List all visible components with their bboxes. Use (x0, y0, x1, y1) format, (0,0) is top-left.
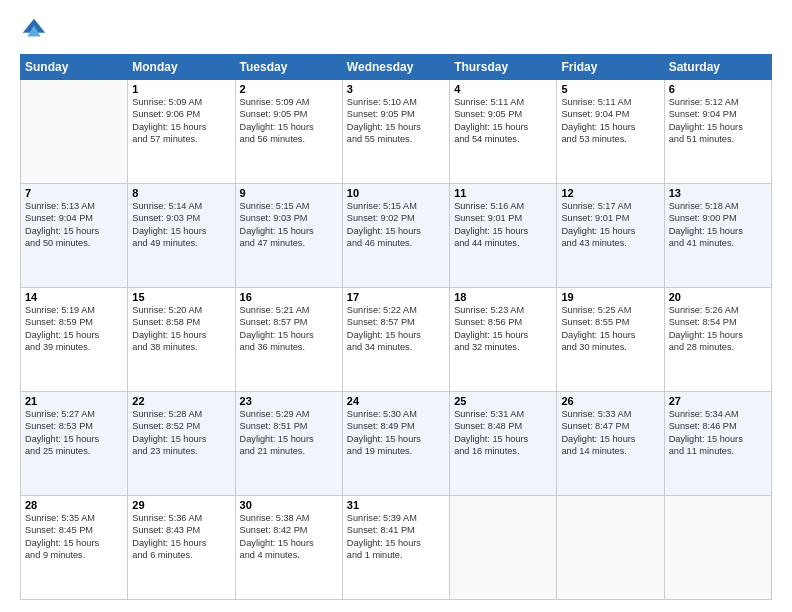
day-number: 6 (669, 83, 767, 95)
page: SundayMondayTuesdayWednesdayThursdayFrid… (0, 0, 792, 612)
day-info: Sunrise: 5:09 AMSunset: 9:05 PMDaylight:… (240, 96, 338, 146)
day-info: Sunrise: 5:11 AMSunset: 9:04 PMDaylight:… (561, 96, 659, 146)
calendar-cell: 7Sunrise: 5:13 AMSunset: 9:04 PMDaylight… (21, 184, 128, 288)
day-number: 7 (25, 187, 123, 199)
day-info: Sunrise: 5:22 AMSunset: 8:57 PMDaylight:… (347, 304, 445, 354)
day-number: 27 (669, 395, 767, 407)
day-number: 30 (240, 499, 338, 511)
calendar-cell: 14Sunrise: 5:19 AMSunset: 8:59 PMDayligh… (21, 288, 128, 392)
day-info: Sunrise: 5:36 AMSunset: 8:43 PMDaylight:… (132, 512, 230, 562)
day-info: Sunrise: 5:15 AMSunset: 9:03 PMDaylight:… (240, 200, 338, 250)
calendar-cell: 24Sunrise: 5:30 AMSunset: 8:49 PMDayligh… (342, 392, 449, 496)
calendar-cell (557, 496, 664, 600)
day-header-tuesday: Tuesday (235, 55, 342, 80)
calendar-cell: 25Sunrise: 5:31 AMSunset: 8:48 PMDayligh… (450, 392, 557, 496)
day-number: 28 (25, 499, 123, 511)
day-number: 20 (669, 291, 767, 303)
calendar-cell: 11Sunrise: 5:16 AMSunset: 9:01 PMDayligh… (450, 184, 557, 288)
day-number: 24 (347, 395, 445, 407)
day-info: Sunrise: 5:35 AMSunset: 8:45 PMDaylight:… (25, 512, 123, 562)
calendar-cell: 16Sunrise: 5:21 AMSunset: 8:57 PMDayligh… (235, 288, 342, 392)
day-info: Sunrise: 5:11 AMSunset: 9:05 PMDaylight:… (454, 96, 552, 146)
day-number: 8 (132, 187, 230, 199)
day-info: Sunrise: 5:29 AMSunset: 8:51 PMDaylight:… (240, 408, 338, 458)
calendar-cell: 19Sunrise: 5:25 AMSunset: 8:55 PMDayligh… (557, 288, 664, 392)
day-number: 9 (240, 187, 338, 199)
day-info: Sunrise: 5:25 AMSunset: 8:55 PMDaylight:… (561, 304, 659, 354)
day-info: Sunrise: 5:30 AMSunset: 8:49 PMDaylight:… (347, 408, 445, 458)
day-number: 15 (132, 291, 230, 303)
day-number: 19 (561, 291, 659, 303)
day-number: 12 (561, 187, 659, 199)
day-number: 29 (132, 499, 230, 511)
day-header-friday: Friday (557, 55, 664, 80)
header (20, 16, 772, 44)
calendar-cell: 6Sunrise: 5:12 AMSunset: 9:04 PMDaylight… (664, 80, 771, 184)
calendar-cell: 21Sunrise: 5:27 AMSunset: 8:53 PMDayligh… (21, 392, 128, 496)
day-info: Sunrise: 5:27 AMSunset: 8:53 PMDaylight:… (25, 408, 123, 458)
day-number: 1 (132, 83, 230, 95)
calendar-cell: 27Sunrise: 5:34 AMSunset: 8:46 PMDayligh… (664, 392, 771, 496)
day-info: Sunrise: 5:16 AMSunset: 9:01 PMDaylight:… (454, 200, 552, 250)
day-number: 11 (454, 187, 552, 199)
day-info: Sunrise: 5:33 AMSunset: 8:47 PMDaylight:… (561, 408, 659, 458)
day-info: Sunrise: 5:38 AMSunset: 8:42 PMDaylight:… (240, 512, 338, 562)
day-info: Sunrise: 5:31 AMSunset: 8:48 PMDaylight:… (454, 408, 552, 458)
logo-icon (20, 16, 48, 44)
day-info: Sunrise: 5:18 AMSunset: 9:00 PMDaylight:… (669, 200, 767, 250)
calendar-cell (664, 496, 771, 600)
day-header-sunday: Sunday (21, 55, 128, 80)
calendar-cell: 2Sunrise: 5:09 AMSunset: 9:05 PMDaylight… (235, 80, 342, 184)
calendar-cell: 12Sunrise: 5:17 AMSunset: 9:01 PMDayligh… (557, 184, 664, 288)
day-info: Sunrise: 5:23 AMSunset: 8:56 PMDaylight:… (454, 304, 552, 354)
day-number: 2 (240, 83, 338, 95)
calendar-cell: 17Sunrise: 5:22 AMSunset: 8:57 PMDayligh… (342, 288, 449, 392)
day-info: Sunrise: 5:10 AMSunset: 9:05 PMDaylight:… (347, 96, 445, 146)
day-number: 4 (454, 83, 552, 95)
day-number: 18 (454, 291, 552, 303)
day-number: 16 (240, 291, 338, 303)
calendar-cell (21, 80, 128, 184)
calendar-cell: 26Sunrise: 5:33 AMSunset: 8:47 PMDayligh… (557, 392, 664, 496)
calendar-cell: 28Sunrise: 5:35 AMSunset: 8:45 PMDayligh… (21, 496, 128, 600)
day-number: 23 (240, 395, 338, 407)
day-number: 10 (347, 187, 445, 199)
day-number: 21 (25, 395, 123, 407)
day-header-wednesday: Wednesday (342, 55, 449, 80)
day-number: 13 (669, 187, 767, 199)
day-info: Sunrise: 5:15 AMSunset: 9:02 PMDaylight:… (347, 200, 445, 250)
day-info: Sunrise: 5:26 AMSunset: 8:54 PMDaylight:… (669, 304, 767, 354)
day-number: 26 (561, 395, 659, 407)
day-number: 22 (132, 395, 230, 407)
day-header-thursday: Thursday (450, 55, 557, 80)
day-info: Sunrise: 5:17 AMSunset: 9:01 PMDaylight:… (561, 200, 659, 250)
calendar-cell: 1Sunrise: 5:09 AMSunset: 9:06 PMDaylight… (128, 80, 235, 184)
day-number: 3 (347, 83, 445, 95)
logo (20, 16, 52, 44)
calendar-cell: 5Sunrise: 5:11 AMSunset: 9:04 PMDaylight… (557, 80, 664, 184)
day-info: Sunrise: 5:34 AMSunset: 8:46 PMDaylight:… (669, 408, 767, 458)
day-info: Sunrise: 5:13 AMSunset: 9:04 PMDaylight:… (25, 200, 123, 250)
calendar-cell: 13Sunrise: 5:18 AMSunset: 9:00 PMDayligh… (664, 184, 771, 288)
day-number: 14 (25, 291, 123, 303)
calendar-cell: 29Sunrise: 5:36 AMSunset: 8:43 PMDayligh… (128, 496, 235, 600)
calendar-cell: 15Sunrise: 5:20 AMSunset: 8:58 PMDayligh… (128, 288, 235, 392)
calendar-cell: 22Sunrise: 5:28 AMSunset: 8:52 PMDayligh… (128, 392, 235, 496)
day-info: Sunrise: 5:21 AMSunset: 8:57 PMDaylight:… (240, 304, 338, 354)
calendar-cell: 20Sunrise: 5:26 AMSunset: 8:54 PMDayligh… (664, 288, 771, 392)
day-info: Sunrise: 5:20 AMSunset: 8:58 PMDaylight:… (132, 304, 230, 354)
calendar-cell: 8Sunrise: 5:14 AMSunset: 9:03 PMDaylight… (128, 184, 235, 288)
calendar-cell: 23Sunrise: 5:29 AMSunset: 8:51 PMDayligh… (235, 392, 342, 496)
calendar-cell: 10Sunrise: 5:15 AMSunset: 9:02 PMDayligh… (342, 184, 449, 288)
calendar-table: SundayMondayTuesdayWednesdayThursdayFrid… (20, 54, 772, 600)
day-number: 5 (561, 83, 659, 95)
calendar-cell: 18Sunrise: 5:23 AMSunset: 8:56 PMDayligh… (450, 288, 557, 392)
calendar-cell: 4Sunrise: 5:11 AMSunset: 9:05 PMDaylight… (450, 80, 557, 184)
day-number: 17 (347, 291, 445, 303)
calendar-cell (450, 496, 557, 600)
day-info: Sunrise: 5:09 AMSunset: 9:06 PMDaylight:… (132, 96, 230, 146)
calendar-cell: 30Sunrise: 5:38 AMSunset: 8:42 PMDayligh… (235, 496, 342, 600)
calendar-cell: 31Sunrise: 5:39 AMSunset: 8:41 PMDayligh… (342, 496, 449, 600)
calendar-cell: 3Sunrise: 5:10 AMSunset: 9:05 PMDaylight… (342, 80, 449, 184)
day-info: Sunrise: 5:12 AMSunset: 9:04 PMDaylight:… (669, 96, 767, 146)
